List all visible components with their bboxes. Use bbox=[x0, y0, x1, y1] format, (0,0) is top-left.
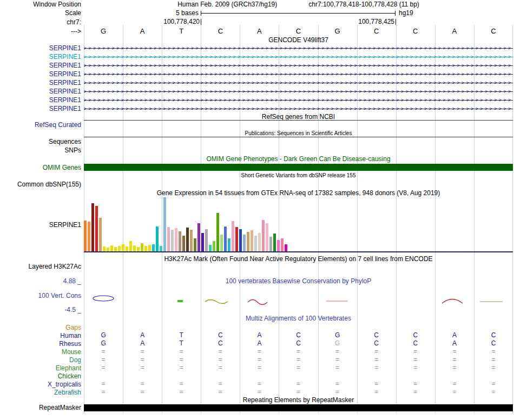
alignment-cells[interactable]: GATCACGCCAC bbox=[84, 331, 513, 339]
alignment-cell: C bbox=[474, 331, 513, 339]
transcript-line[interactable]: >>>>>>>>>>>>>>>>>>>>>>>>>>>>>>>>>>>>>>>>… bbox=[84, 52, 513, 61]
ruler-coordinate-row[interactable]: chr7: 100,778,420 100,778,425 bbox=[0, 17, 514, 26]
coordinate-left: 100,778,420 bbox=[84, 17, 200, 26]
alignment-cell: A bbox=[123, 339, 162, 348]
transcript-line[interactable]: >>>>>>>>>>>>>>>>>>>>>>>>>>>>>>>>>>>>>>>>… bbox=[84, 44, 513, 52]
gene-label[interactable]: SERPINE1 bbox=[0, 70, 82, 78]
base-letter: A bbox=[435, 26, 474, 36]
species-label[interactable]: Zebrafish bbox=[0, 389, 82, 396]
alignment-cells[interactable]: =========== bbox=[84, 388, 513, 396]
gtex-track-row: SERPINE1 bbox=[0, 197, 514, 252]
gtex-tissue-bar bbox=[182, 236, 185, 251]
species-label[interactable]: Chicken bbox=[0, 372, 82, 380]
transcript-line[interactable]: >>>>>>>>>>>>>>>>>>>>>>>>>>>>>>>>>>>>>>>>… bbox=[84, 78, 513, 87]
alignment-cells[interactable]: =========== bbox=[84, 356, 513, 364]
omim-track-area[interactable] bbox=[84, 164, 513, 171]
gtex-track-area[interactable] bbox=[84, 197, 513, 252]
gtex-tissue-bar bbox=[220, 235, 223, 251]
ruler-base-row[interactable]: ---> GATCACGCCAC bbox=[0, 26, 514, 36]
alignment-row: X_tropicalis=========== bbox=[0, 380, 514, 388]
snps-label[interactable]: SNPs bbox=[0, 146, 82, 154]
track-title-omim: OMIM Gene Phenotypes - Dark Green Can Be… bbox=[84, 155, 513, 163]
base-letter: G bbox=[84, 26, 123, 36]
dbsnp-label[interactable]: Common dbSNP(155) bbox=[0, 181, 82, 188]
gene-label[interactable]: SERPINE1 bbox=[0, 62, 82, 69]
omim-genes-label[interactable]: OMIM Genes bbox=[0, 164, 82, 171]
alignment-row: Mouse=========== bbox=[0, 348, 514, 356]
refseq-curated-label[interactable]: RefSeq Curated bbox=[0, 121, 82, 129]
base-letter: T bbox=[162, 26, 201, 36]
transcript-line[interactable]: >>>>>>>>>>>>>>>>>>>>>>>>>>>>>>>>>>>>>>>>… bbox=[84, 61, 513, 70]
alignment-cell: = bbox=[162, 380, 201, 388]
species-label[interactable]: Rhesus bbox=[0, 340, 82, 348]
alignment-cell: A bbox=[240, 339, 279, 348]
gtex-tissue-bar bbox=[197, 223, 200, 251]
omim-bar[interactable] bbox=[84, 164, 513, 171]
alignment-row: Chicken bbox=[0, 372, 514, 380]
gtex-tissue-bar bbox=[163, 197, 166, 251]
gene-label[interactable]: SERPINE1 bbox=[0, 105, 82, 112]
conservation-mark bbox=[248, 300, 267, 305]
alignment-cell: C bbox=[474, 339, 513, 348]
species-label[interactable]: Elephant bbox=[0, 364, 82, 372]
conservation-min-label: -4.5 _ bbox=[0, 306, 82, 314]
alignment-cell: = bbox=[279, 364, 318, 372]
gene-label[interactable]: SERPINE1 bbox=[0, 88, 82, 95]
gtex-tissue-bar bbox=[148, 245, 151, 251]
alignment-cells[interactable]: =========== bbox=[84, 364, 513, 372]
alignment-row: RhesusGATCACGCCAC bbox=[0, 339, 514, 348]
conservation-track-area[interactable] bbox=[84, 285, 513, 306]
gtex-tissue-bar bbox=[167, 227, 170, 251]
gtex-tissue-bar bbox=[137, 247, 140, 251]
alignment-cells[interactable]: GATCACGCCAC bbox=[84, 339, 513, 348]
gene-label[interactable]: SERPINE1 bbox=[0, 96, 82, 104]
gtex-tissue-bar bbox=[243, 235, 246, 251]
transcript-line[interactable]: >>>>>>>>>>>>>>>>>>>>>>>>>>>>>>>>>>>>>>>>… bbox=[84, 70, 513, 78]
h3k27ac-label[interactable]: Layered H3K27Ac bbox=[0, 263, 82, 270]
transcript-line[interactable]: >>>>>>>>>>>>>>>>>>>>>>>>>>>>>>>>>>>>>>>>… bbox=[84, 96, 513, 104]
omim-track-row: OMIM Genes bbox=[0, 163, 514, 171]
alignment-cells[interactable]: =========== bbox=[84, 348, 513, 356]
species-label[interactable]: Gaps bbox=[0, 324, 82, 331]
alignment-cell: = bbox=[201, 388, 240, 396]
base-letter: C bbox=[396, 26, 435, 36]
species-label[interactable]: Dog bbox=[0, 356, 82, 364]
species-label[interactable]: Mouse bbox=[0, 348, 82, 356]
alignment-cell: = bbox=[435, 348, 474, 356]
species-label[interactable]: Human bbox=[0, 332, 82, 339]
alignment-cell: = bbox=[201, 348, 240, 356]
alignment-cell: = bbox=[240, 388, 279, 396]
alignment-cell: = bbox=[357, 348, 396, 356]
gtex-tissue-bar bbox=[171, 230, 174, 251]
base-letter: A bbox=[123, 26, 162, 36]
gene-label[interactable]: SERPINE1 bbox=[0, 79, 82, 86]
sequences-label[interactable]: Sequences bbox=[0, 138, 82, 145]
gtex-tissue-bar bbox=[190, 230, 193, 251]
alignment-cell: T bbox=[162, 339, 201, 348]
alignment-cell: = bbox=[162, 356, 201, 364]
gene-label[interactable]: SERPINE1 bbox=[0, 44, 82, 52]
gencode-transcript-row: SERPINE1>>>>>>>>>>>>>>>>>>>>>>>>>>>>>>>>… bbox=[0, 87, 514, 96]
gene-label[interactable]: SERPINE1 bbox=[0, 53, 82, 61]
species-label[interactable]: X_tropicalis bbox=[0, 381, 82, 388]
alignment-cell: = bbox=[318, 380, 357, 388]
repeatmasker-bar[interactable] bbox=[84, 404, 513, 411]
alignment-cell: C bbox=[201, 339, 240, 348]
alignment-cell: = bbox=[318, 388, 357, 396]
publications-title-row: Publications: Sequences in Scientific Ar… bbox=[0, 129, 514, 137]
repeatmasker-track-area[interactable] bbox=[84, 404, 513, 411]
alignment-cell: = bbox=[279, 348, 318, 356]
gtex-gene-label[interactable]: SERPINE1 bbox=[0, 221, 82, 229]
gtex-tissue-bar bbox=[232, 221, 234, 251]
conservation-label[interactable]: 100 Vert. Cons bbox=[0, 292, 82, 299]
gtex-tissue-bar bbox=[114, 247, 117, 251]
base-row: GATCACGCCAC bbox=[84, 26, 513, 36]
transcript-line[interactable]: >>>>>>>>>>>>>>>>>>>>>>>>>>>>>>>>>>>>>>>>… bbox=[84, 104, 513, 113]
conservation-max-label: 4.88 _ bbox=[0, 277, 82, 285]
alignment-cells[interactable]: =========== bbox=[84, 380, 513, 388]
gtex-tissue-bar bbox=[126, 246, 128, 251]
gtex-tissue-bar bbox=[273, 234, 276, 251]
gencode-transcript-row: SERPINE1>>>>>>>>>>>>>>>>>>>>>>>>>>>>>>>>… bbox=[0, 52, 514, 61]
repeatmasker-label[interactable]: RepeatMasker bbox=[0, 404, 82, 411]
transcript-line[interactable]: >>>>>>>>>>>>>>>>>>>>>>>>>>>>>>>>>>>>>>>>… bbox=[84, 87, 513, 96]
